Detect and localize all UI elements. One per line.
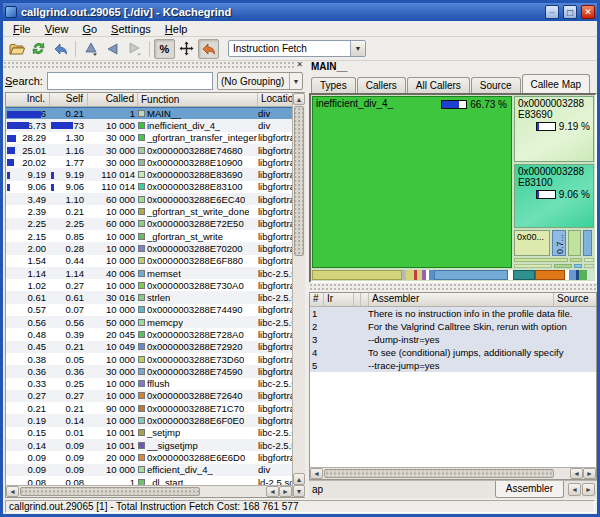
chevron-down-icon[interactable]: [350, 41, 365, 56]
column-header-assembler[interactable]: Assembler: [369, 293, 554, 306]
tab-callers[interactable]: Callers: [357, 77, 406, 93]
table-row[interactable]: 2.39 0.21 10 000 _gfortran_st_write_done…: [6, 205, 292, 217]
assembler-row[interactable]: 2 For the Valgrind Calltree Skin, rerun …: [310, 320, 596, 333]
table-row[interactable]: 99.86 0.21 1 MAIN__ div: [6, 107, 292, 119]
scroll-up-icon[interactable]: [293, 93, 305, 105]
treemap-rect[interactable]: 0x0000003288E83100 9.06 %: [514, 164, 594, 228]
scrollbar-thumb[interactable]: [294, 106, 304, 256]
treemap-rect[interactable]: 0x00...: [514, 230, 550, 256]
next-button[interactable]: [124, 39, 145, 59]
table-row[interactable]: 0.36 0.36 30 000 0x0000003288E74590 libg…: [6, 365, 292, 377]
open-file-button[interactable]: [6, 39, 27, 59]
column-header-incl[interactable]: Incl.: [6, 93, 50, 106]
menu-item[interactable]: View: [39, 22, 75, 36]
chevron-down-icon[interactable]: [289, 73, 302, 89]
tab-scroll-left-icon[interactable]: [568, 483, 581, 496]
table-row[interactable]: 0.38 0.05 10 000 0x0000003288E73D60 libg…: [6, 353, 292, 365]
table-row[interactable]: 0.48 0.39 20 045 0x0000003288E728A0 libg…: [6, 328, 292, 340]
tab-types[interactable]: Types: [311, 77, 356, 93]
relative-cost-toggle-button[interactable]: [198, 39, 219, 59]
tab-source[interactable]: Source: [471, 77, 521, 93]
table-row[interactable]: 1.14 1.14 40 006 memset libc-2.5.s: [6, 267, 292, 279]
menu-item[interactable]: Help: [159, 22, 194, 36]
table-row[interactable]: 1.54 0.44 10 000 0x0000003288E6F880 libg…: [6, 255, 292, 267]
assembler-row[interactable]: 3 --dump-instr=yes: [310, 333, 596, 346]
horizontal-scrollbar[interactable]: [310, 467, 596, 479]
column-header-called[interactable]: Called: [88, 93, 138, 106]
table-row[interactable]: 3.49 1.10 60 000 0x0000003288E6EC40 libg…: [6, 193, 292, 205]
column-header-source[interactable]: Source: [554, 293, 596, 306]
assembler-row[interactable]: 1 There is no instruction info in the pr…: [310, 307, 596, 320]
tab-callee-map[interactable]: Callee Map: [522, 74, 591, 93]
scroll-down-icon[interactable]: [293, 485, 305, 497]
table-row[interactable]: 9.19 9.19 110 014 0x0000003288E83690 lib…: [6, 168, 292, 180]
maximize-button[interactable]: [563, 5, 577, 19]
back-button[interactable]: [50, 39, 71, 59]
treemap-rect[interactable]: 0x0000003288E83690 9.19 %: [514, 96, 594, 162]
table-row[interactable]: 66.73 66.73 10 000 inefficient_div_4_ di…: [6, 119, 292, 131]
tab-assembler[interactable]: Assembler: [495, 481, 564, 498]
dock-handle[interactable]: [3, 61, 305, 70]
table-row[interactable]: 9.06 9.06 110 014 0x0000003288E83100 lib…: [6, 181, 292, 193]
title-bar[interactable]: callgrind.out.29065 [./div] - KCachegrin…: [3, 3, 597, 21]
treemap-rect[interactable]: [583, 230, 592, 256]
event-type-select[interactable]: Instruction Fetch: [228, 40, 366, 57]
minimize-button[interactable]: [545, 5, 559, 19]
table-row[interactable]: 0.21 0.21 90 000 0x0000003288E71C70 libg…: [6, 402, 292, 414]
scroll-left-icon[interactable]: [570, 468, 583, 479]
treemap-rect[interactable]: [568, 230, 581, 256]
table-row[interactable]: 1.02 0.27 10 000 0x0000003288E730A0 libg…: [6, 279, 292, 291]
assembler-row[interactable]: 4 To see (conditional) jumps, additional…: [310, 346, 596, 359]
table-row[interactable]: 25.01 1.16 30 000 0x0000003288E74680 lib…: [6, 144, 292, 156]
grouping-select[interactable]: (No Grouping): [217, 72, 303, 90]
menu-item[interactable]: Settings: [105, 22, 157, 36]
scrollbar-thumb[interactable]: [324, 469, 554, 478]
close-button[interactable]: [581, 5, 595, 19]
menu-item[interactable]: File: [7, 22, 37, 36]
reload-button[interactable]: [28, 39, 49, 59]
percent-toggle-button[interactable]: %: [154, 39, 175, 59]
table-row[interactable]: 0.19 0.14 10 000 0x0000003288E6F0E0 libg…: [6, 414, 292, 426]
treemap-rect[interactable]: 0.7...: [552, 230, 566, 256]
scroll-right-icon[interactable]: [583, 468, 596, 479]
scroll-up-icon[interactable]: [293, 473, 305, 485]
table-row[interactable]: 0.56 0.56 50 000 memcpy libc-2.5.s: [6, 316, 292, 328]
table-row[interactable]: 2.00 0.28 10 000 0x0000003288E70200 libg…: [6, 242, 292, 254]
scroll-left-icon[interactable]: [6, 486, 19, 497]
tab-scroll-right-icon[interactable]: [582, 483, 595, 496]
table-row[interactable]: 0.09 0.09 20 000 0x0000003288E6E6D0 libg…: [6, 451, 292, 463]
dock-close-icon[interactable]: [294, 61, 305, 70]
table-row[interactable]: 2.25 2.25 60 000 0x0000003288E72E50 libg…: [6, 218, 292, 230]
table-row[interactable]: 0.61 0.61 30 016 strlen libc-2.5.s: [6, 291, 292, 303]
treemap-rect-main[interactable]: inefficient_div_4_ 66.73 %: [312, 96, 512, 268]
column-header-ir[interactable]: Ir: [324, 293, 354, 306]
tab-all-callers[interactable]: All Callers: [407, 77, 470, 93]
assembler-row[interactable]: 5 --trace-jump=yes: [310, 359, 596, 372]
cycle-detection-button[interactable]: [176, 39, 197, 59]
table-row[interactable]: 0.15 0.01 10 001 _setjmp libc-2.5.s: [6, 427, 292, 439]
scrollbar-thumb[interactable]: [20, 487, 200, 496]
search-input[interactable]: [47, 72, 213, 90]
dock-handle[interactable]: [309, 283, 597, 292]
prev-button[interactable]: [102, 39, 123, 59]
up-button[interactable]: [80, 39, 101, 59]
table-row[interactable]: 0.45 0.21 10 049 0x0000003288E72920 libg…: [6, 341, 292, 353]
column-header-self[interactable]: Self: [50, 93, 88, 106]
vertical-scrollbar[interactable]: [292, 93, 305, 497]
table-row[interactable]: 0.57 0.07 10 000 0x0000003288E74490 libg…: [6, 304, 292, 316]
table-row[interactable]: 2.15 0.85 10 000 _gfortran_st_write libg…: [6, 230, 292, 242]
scroll-left-icon[interactable]: [266, 486, 279, 497]
scroll-right-icon[interactable]: [279, 486, 292, 497]
table-row[interactable]: 0.09 0.09 10 000 efficient_div_4_ div: [6, 464, 292, 476]
scroll-left-icon[interactable]: [310, 468, 323, 479]
table-row[interactable]: 0.08 0.08 1 _dl_start ld-2.5.so: [6, 476, 292, 485]
horizontal-scrollbar[interactable]: [6, 485, 292, 497]
table-row[interactable]: 0.33 0.25 10 000 fflush libc-2.5.s: [6, 378, 292, 390]
menu-item[interactable]: Go: [76, 22, 103, 36]
column-header-num[interactable]: #: [310, 293, 324, 306]
table-row[interactable]: 20.02 1.77 30 000 0x0000003288E10900 lib…: [6, 156, 292, 168]
table-row[interactable]: 0.14 0.09 10 001 __sigsetjmp libc-2.5.s: [6, 439, 292, 451]
table-row[interactable]: 28.29 1.30 30 000 _gfortran_transfer_int…: [6, 132, 292, 144]
table-row[interactable]: 0.27 0.27 10 000 0x0000003288E72640 libg…: [6, 390, 292, 402]
tab-partial[interactable]: ap: [309, 481, 329, 495]
